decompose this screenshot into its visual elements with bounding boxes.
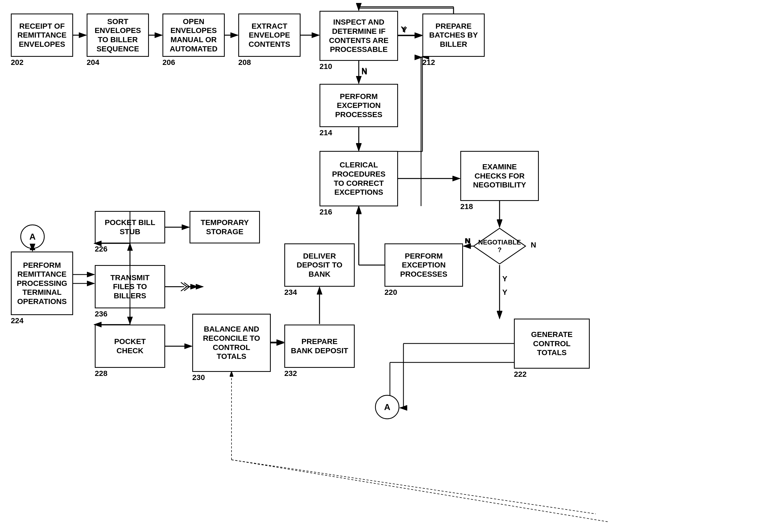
box-204: SORTENVELOPESTO BILLERSEQUENCE [87, 14, 149, 57]
negotiable-diamond: NEGOTIABLE? [472, 227, 527, 265]
label-206: 206 [162, 58, 175, 67]
label-202: 202 [11, 58, 24, 67]
box-220: PERFORMEXCEPTIONPROCESSES [384, 243, 463, 287]
label-220: 220 [384, 288, 397, 297]
label-224: 224 [11, 316, 24, 325]
label-230: 230 [192, 373, 205, 382]
svg-text:Y: Y [502, 288, 507, 296]
box-234: DELIVERDEPOSIT TOBANK [284, 243, 355, 287]
svg-text:N: N [465, 237, 471, 245]
box-226: POCKET BILLSTUB [95, 211, 165, 243]
label-232: 232 [284, 369, 297, 378]
label-208: 208 [238, 58, 251, 67]
svg-line-72 [181, 282, 187, 287]
svg-text:N: N [465, 237, 470, 245]
svg-line-84 [232, 460, 609, 522]
box-214: PERFORMEXCEPTIONPROCESSES [320, 84, 398, 127]
label-212: 212 [422, 58, 435, 67]
svg-text:Y: Y [502, 275, 507, 283]
box-206: OPENENVELOPESMANUAL ORAUTOMATED [162, 14, 225, 57]
box-224: PERFORMREMITTANCEPROCESSINGTERMINALOPERA… [11, 252, 73, 315]
svg-text:Y: Y [402, 26, 407, 34]
label-218: 218 [460, 202, 473, 211]
box-208: EXTRACTENVELOPECONTENTS [238, 14, 301, 57]
box-228: POCKETCHECK [95, 325, 165, 368]
label-228: 228 [95, 369, 107, 378]
svg-line-26 [184, 283, 189, 287]
label-226: 226 [95, 245, 107, 253]
svg-text:N: N [361, 66, 367, 75]
svg-text:N: N [361, 67, 367, 76]
svg-line-27 [184, 287, 189, 291]
svg-line-73 [181, 287, 187, 291]
label-214: 214 [320, 128, 332, 137]
svg-text:Y: Y [401, 25, 406, 34]
box-232: PREPAREBANK DEPOSIT [284, 325, 355, 368]
box-temp-storage: TEMPORARYSTORAGE [189, 211, 260, 243]
label-204: 204 [87, 58, 99, 67]
circle-a2: A [375, 395, 399, 419]
box-216: CLERICALPROCEDURESTO CORRECTEXCEPTIONS [320, 151, 398, 206]
label-234: 234 [284, 288, 297, 297]
box-210: INSPECT ANDDETERMINE IFCONTENTS AREPROCE… [320, 11, 398, 61]
flowchart-diagram: Y N N Y [0, 0, 766, 532]
label-236: 236 [95, 310, 107, 318]
label-neg: N [531, 241, 536, 249]
circle-a1: A [20, 224, 45, 249]
label-216: 216 [320, 208, 332, 216]
label-210: 210 [320, 62, 332, 71]
svg-line-41 [232, 460, 596, 514]
box-212: PREPAREBATCHES BYBILLER [422, 14, 485, 57]
label-222: 222 [514, 370, 527, 379]
box-236: TRANSMITFILES TOBILLERS [95, 265, 165, 308]
box-230: BALANCE ANDRECONCILE TOCONTROLTOTALS [192, 314, 271, 372]
box-218: EXAMINECHECKS FORNEGOTIBILITY [460, 151, 539, 201]
box-202: RECEIPT OFREMITTANCEENVELOPES [11, 14, 73, 57]
box-222-generate: GENERATECONTROLTOTALS [514, 319, 590, 369]
